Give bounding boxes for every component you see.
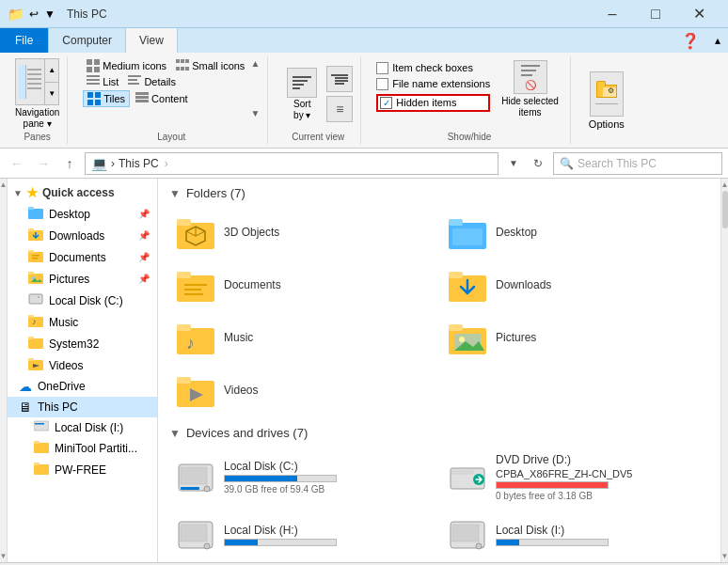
- sidebar-item-minitool[interactable]: MiniTool Partiti...: [8, 437, 157, 459]
- file-extensions-checkbox[interactable]: [376, 78, 388, 90]
- ribbon-collapse-icon[interactable]: ▴: [715, 34, 720, 47]
- sidebar-item-pictures[interactable]: Pictures 📌: [8, 268, 157, 290]
- devices-caret[interactable]: ▼: [169, 427, 181, 440]
- sidebar-item-pw-free[interactable]: PW-FREE: [8, 459, 157, 480]
- quick-access-icon1[interactable]: 📁: [8, 7, 24, 22]
- content-icon: [135, 92, 149, 105]
- content-scroll-up[interactable]: ▲: [721, 180, 728, 189]
- hide-selected-label: Hide selecteditems: [501, 96, 559, 118]
- svg-text:♪: ♪: [32, 317, 37, 326]
- layout-details[interactable]: Details: [124, 74, 180, 89]
- drive-item-d[interactable]: DVD Drive (D:) CPBA_X86FRE_ZH-CN_DV5 0 b…: [441, 447, 709, 507]
- folder-item-music[interactable]: ♪ Music: [169, 313, 437, 362]
- drive-d-name: DVD Drive (D:): [496, 453, 633, 466]
- svg-rect-49: [449, 324, 463, 331]
- nav-pane-top-arrow[interactable]: ▲: [45, 59, 58, 83]
- drive-h-info: Local Disk (H:): [224, 524, 337, 546]
- sidebar-item-downloads[interactable]: Downloads 📌: [8, 225, 157, 246]
- sort-by-button[interactable]: Sortby ▾: [283, 66, 321, 123]
- search-bar[interactable]: 🔍 Search This PC: [553, 152, 722, 175]
- hdd-icon-i: [449, 516, 486, 554]
- folder-item-videos[interactable]: Videos: [169, 366, 437, 415]
- folders-caret[interactable]: ▼: [169, 187, 181, 200]
- close-button[interactable]: ✕: [677, 0, 720, 28]
- sidebar-item-local-disk-i[interactable]: Local Disk (I:): [8, 417, 157, 437]
- maximize-button[interactable]: □: [634, 0, 677, 28]
- 3dobjects-icon: [177, 213, 214, 251]
- sidebar-quick-access-header[interactable]: ▼ ★ Quick access: [8, 182, 157, 203]
- svg-rect-61: [452, 471, 473, 474]
- tab-view[interactable]: View: [126, 28, 178, 53]
- up-button[interactable]: ↑: [58, 152, 81, 175]
- sidebar-item-onedrive[interactable]: ☁ OneDrive: [8, 376, 157, 397]
- hidden-items-option[interactable]: ✓ Hidden items: [376, 94, 490, 112]
- folder-item-3dobjects[interactable]: 3D Objects: [169, 208, 437, 257]
- svg-rect-7: [32, 255, 40, 257]
- tab-computer[interactable]: Computer: [49, 28, 126, 53]
- sidebar-item-music[interactable]: ♪ Music: [8, 311, 157, 333]
- layout-scroll-down[interactable]: ▼: [250, 108, 260, 118]
- layout-medium-icons[interactable]: Medium icons: [83, 58, 170, 73]
- sidebar-item-desktop[interactable]: Desktop 📌: [8, 203, 157, 225]
- tab-file[interactable]: File: [0, 28, 49, 53]
- options-button[interactable]: ⚙ Options: [589, 71, 625, 130]
- devices-title: Devices and drives (7): [186, 426, 308, 440]
- sidebar-documents-label: Documents: [49, 251, 106, 264]
- layout-tiles[interactable]: Tiles: [83, 90, 130, 107]
- folder-item-desktop[interactable]: Desktop: [441, 208, 709, 257]
- hide-selected-button[interactable]: 🚫 Hide selecteditems: [498, 58, 562, 120]
- sidebar-item-videos[interactable]: Videos: [8, 354, 157, 376]
- group-by-button[interactable]: [326, 66, 353, 92]
- help-icon[interactable]: ❓: [681, 32, 700, 50]
- forward-button[interactable]: →: [32, 152, 55, 175]
- navigation-pane-button[interactable]: ▲ ▼ Navigationpane ▾: [15, 58, 59, 130]
- address-bar[interactable]: 💻 › This PC ›: [85, 152, 499, 175]
- folder-item-documents[interactable]: Documents: [169, 260, 437, 309]
- drive-item-h[interactable]: Local Disk (H:): [169, 510, 437, 559]
- file-extensions-option[interactable]: File name extensions: [376, 78, 490, 90]
- drive-item-i[interactable]: Local Disk (I:): [441, 510, 709, 559]
- sidebar-scroll-up[interactable]: ▲: [0, 180, 7, 189]
- disk-icon-i: [34, 420, 49, 434]
- panes-group-label: Panes: [24, 132, 50, 142]
- drive-c-bar: [225, 476, 297, 481]
- folder-item-downloads[interactable]: Downloads: [441, 260, 709, 309]
- drive-d-size: 0 bytes free of 3.18 GB: [496, 491, 633, 501]
- quick-access-icon2[interactable]: ↩: [29, 8, 39, 21]
- refresh-button[interactable]: ↻: [527, 152, 549, 175]
- sidebar-pictures-label: Pictures: [49, 273, 89, 286]
- sidebar-item-system32[interactable]: System32: [8, 333, 157, 354]
- music-folder-icon: ♪: [28, 314, 43, 330]
- nav-pane-bottom-arrow[interactable]: ▼: [45, 83, 58, 105]
- address-thispc[interactable]: This PC: [119, 157, 159, 170]
- item-checkboxes-checkbox[interactable]: [376, 62, 388, 74]
- add-columns-button[interactable]: ≡: [326, 96, 353, 122]
- recent-locations-button[interactable]: ▼: [502, 152, 525, 175]
- ribbon: File Computer View ❓ ▴: [0, 28, 728, 149]
- sidebar-item-documents[interactable]: Documents 📌: [8, 246, 157, 268]
- sidebar-scroll-down[interactable]: ▼: [0, 552, 7, 560]
- sidebar-item-this-pc[interactable]: 🖥 This PC: [8, 397, 157, 417]
- hidden-items-checkbox[interactable]: ✓: [380, 97, 392, 109]
- layout-small-icons[interactable]: Small icons: [172, 58, 248, 73]
- folders-grid: 3D Objects Desktop: [169, 208, 709, 415]
- svg-rect-37: [452, 228, 483, 245]
- quick-access-icon3[interactable]: ▼: [44, 8, 55, 21]
- svg-text:♪: ♪: [186, 334, 195, 353]
- folder-item-pictures[interactable]: Pictures: [441, 313, 709, 362]
- address-segment-thispc[interactable]: ›: [111, 157, 115, 170]
- layout-scroll-up[interactable]: ▲: [250, 58, 260, 69]
- drive-item-c[interactable]: Local Disk (C:) 39.0 GB free of 59.4 GB: [169, 447, 437, 507]
- content-scroll-down[interactable]: ▼: [721, 552, 728, 560]
- drive-i-bar-container: [496, 539, 609, 546]
- item-checkboxes-label: Item check boxes: [392, 62, 473, 73]
- layout-content[interactable]: Content: [132, 91, 192, 106]
- back-button[interactable]: ←: [6, 152, 28, 175]
- minimize-button[interactable]: –: [591, 0, 634, 28]
- svg-rect-57: [181, 467, 207, 484]
- sidebar-item-local-disk-c[interactable]: Local Disk (C:): [8, 290, 157, 311]
- layout-list[interactable]: List: [83, 74, 122, 89]
- sidebar-music-label: Music: [49, 316, 78, 329]
- content-scrollbar-thumb[interactable]: [722, 191, 728, 228]
- item-checkboxes-option[interactable]: Item check boxes: [376, 62, 490, 74]
